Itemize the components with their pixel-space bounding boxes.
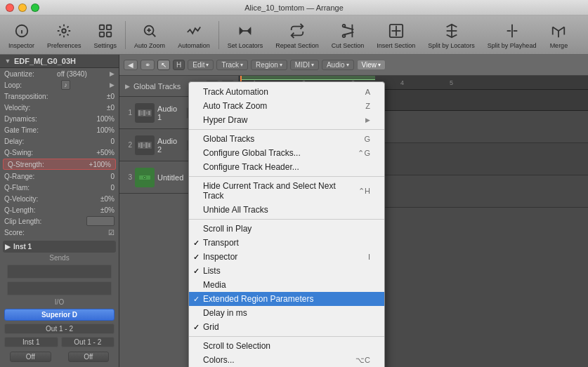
menu-hide-track-label: Hide Current Track and Select Next Track (203, 181, 344, 201)
plugin-button[interactable]: Superior D (4, 309, 115, 321)
toolbar-set-locators[interactable]: Set Locators (222, 18, 269, 53)
svg-point-47 (144, 177, 145, 178)
loop-arrow[interactable]: ▶ (110, 81, 115, 88)
inst-section: ▶ Inst 1 (3, 241, 116, 253)
toolbar-split-playhead[interactable]: Split by Playhead (482, 18, 542, 53)
auto-zoom-label: Auto Zoom (134, 42, 165, 49)
menu-delay-ms[interactable]: Delay in ms (189, 306, 384, 320)
menu-extended-region[interactable]: ✓ Extended Region Parameters (189, 292, 384, 306)
qswing-value: +50% (96, 149, 115, 156)
toolbar-cut-section[interactable]: Cut Section (326, 18, 370, 53)
loop-btn[interactable]: ♪ (61, 80, 70, 90)
close-button[interactable] (6, 4, 14, 12)
menu-global-tracks-label: Global Tracks (203, 134, 254, 144)
toolbar-preferences[interactable]: Preferences (41, 18, 87, 53)
qvelocity-row: Q-Velocity: ±0% (0, 193, 119, 204)
inst-out-btn[interactable]: Inst 1 (4, 337, 58, 347)
dyn-label: Dynamics: (4, 115, 37, 123)
audio-dropdown[interactable]: Audio (322, 60, 354, 70)
toolbar-inspector[interactable]: Inspector (3, 18, 40, 53)
menu-hyper-draw[interactable]: Hyper Draw (189, 113, 384, 127)
settings-icon (96, 21, 115, 41)
maximize-button[interactable] (31, 4, 39, 12)
menu-configure-track[interactable]: Configure Track Header... (189, 160, 384, 174)
toolbar-automation[interactable]: Automation (172, 18, 216, 53)
toolbar-merge[interactable]: Merge (543, 18, 574, 53)
menu-scroll-selection[interactable]: Scroll to Selection (189, 339, 384, 353)
cut-section-label: Cut Section (332, 42, 365, 49)
track-dropdown[interactable]: Track (216, 60, 248, 70)
menu-transport-label: Transport (203, 238, 239, 248)
repeat-section-icon (287, 21, 307, 41)
dynamics-row: Dynamics: 100% (0, 113, 119, 124)
lists-checkmark: ✓ (193, 267, 200, 276)
view-menu: Track Automation A Auto Track Zoom Z Hyp… (188, 81, 385, 367)
menu-colors[interactable]: Colors... ⌥C (189, 353, 384, 367)
minimize-button[interactable] (18, 4, 27, 12)
menu-inspector-label: Inspector (203, 252, 237, 262)
menu-inspector-shortcut: I (368, 253, 370, 261)
qswing-label: Q-Swing: (4, 149, 33, 156)
svg-rect-4 (100, 25, 104, 29)
back-btn[interactable]: ◀ (124, 60, 138, 70)
inst-collapse[interactable]: ▶ (5, 243, 11, 251)
menu-transport[interactable]: ✓ Transport (189, 236, 384, 250)
insert-section-label: Insert Section (377, 42, 415, 49)
split-playhead-icon (502, 21, 522, 41)
split-playhead-label: Split by Playhead (488, 42, 537, 49)
global-collapse[interactable]: ▶ (124, 83, 131, 90)
toolbar-repeat-section[interactable]: Repeat Section (270, 18, 325, 53)
out-btn[interactable]: Out 1 - 2 (61, 337, 115, 347)
toolbar-settings[interactable]: Settings (89, 18, 123, 53)
menu-unhide-all[interactable]: Unhide All Tracks (189, 203, 384, 217)
menu-scroll-sel-label: Scroll to Selection (203, 341, 270, 351)
toolbar-split-locators[interactable]: Split by Locators (422, 18, 481, 53)
qstrength-row: Q-Strength: +100% (3, 159, 116, 170)
menu-lists[interactable]: ✓ Lists (189, 264, 384, 278)
menu-hide-track[interactable]: Hide Current Track and Select Next Track… (189, 179, 384, 203)
hmode-btn[interactable]: H (173, 60, 185, 70)
io-label: I/O (55, 298, 64, 306)
menu-global-tracks[interactable]: Global Tracks G (189, 132, 384, 146)
vel-label: Velocity: (4, 104, 30, 112)
gate-value: 100% (96, 126, 115, 134)
menu-configure-global[interactable]: Configure Global Tracks... ⌃G (189, 146, 384, 160)
svg-line-9 (152, 33, 156, 36)
svg-rect-6 (100, 32, 104, 36)
menu-scroll-play[interactable]: Scroll in Play (189, 222, 384, 236)
view-dropdown[interactable]: View Track Automation A Auto Track Zoom … (357, 60, 386, 70)
global-label: Global Tracks (133, 82, 181, 91)
link-btn[interactable]: ⚭ (141, 60, 155, 70)
menu-inspector[interactable]: ✓ Inspector I (189, 250, 384, 264)
track-name-1: Audio 1 (157, 105, 183, 121)
track-num-2: 2 (122, 141, 132, 149)
svg-rect-42 (143, 144, 145, 147)
quantize-arrow[interactable]: ▶ (110, 70, 115, 77)
off-btn-right[interactable]: Off (68, 352, 110, 362)
svg-rect-37 (146, 112, 148, 114)
menu-track-automation[interactable]: Track Automation A (189, 85, 384, 99)
svg-rect-7 (107, 32, 111, 36)
toolbar-auto-zoom[interactable]: Auto Zoom (129, 18, 171, 53)
io-area: I/O (0, 297, 119, 307)
clip-btn[interactable] (86, 216, 115, 226)
collapse-btn[interactable]: ▼ (4, 58, 11, 65)
region-dropdown[interactable]: Region (251, 60, 287, 70)
qrange-value: 0 (110, 173, 115, 180)
output-btn[interactable]: Out 1 - 2 (4, 323, 115, 334)
edit-dropdown[interactable]: Edit (188, 60, 214, 70)
qstrength-label: Q-Strength: (8, 161, 44, 168)
toolbar-insert-section[interactable]: Insert Section (371, 18, 421, 53)
menu-media[interactable]: Media (189, 278, 384, 292)
extended-region-checkmark: ✓ (193, 295, 200, 304)
merge-label: Merge (550, 42, 568, 49)
menu-grid[interactable]: ✓ Grid (189, 320, 384, 334)
center-panel: ◀ ⚭ ↖ H Edit Track Region MIDI Audio Vie… (119, 55, 588, 367)
menu-configure-track-label: Configure Track Header... (203, 162, 299, 172)
menu-auto-track-zoom[interactable]: Auto Track Zoom Z (189, 99, 384, 113)
midi-dropdown[interactable]: MIDI (290, 60, 319, 70)
pointer-btn[interactable]: ↖ (157, 60, 170, 70)
delay-value: 0 (110, 138, 115, 145)
off-btn-left[interactable]: Off (10, 352, 51, 362)
svg-rect-44 (148, 143, 150, 147)
